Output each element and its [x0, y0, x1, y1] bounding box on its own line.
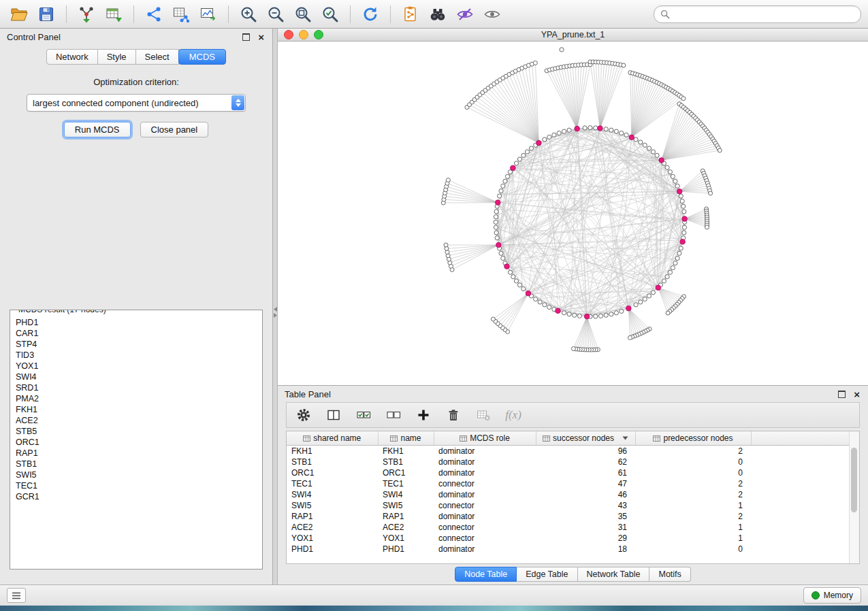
cell-predecessors[interactable]: 1 — [635, 533, 751, 544]
cell-successors[interactable]: 31 — [536, 522, 635, 533]
column-header-successor-nodes[interactable]: successor nodes — [536, 431, 635, 446]
cell-shared-name[interactable]: SWI5 — [287, 500, 378, 511]
cell-name[interactable]: ORC1 — [378, 467, 434, 478]
tab-motifs[interactable]: Motifs — [649, 567, 690, 582]
column-header-mcds-role[interactable]: MCDS role — [434, 431, 536, 446]
window-minimize-icon[interactable] — [299, 30, 308, 39]
destroy-table-button[interactable] — [476, 408, 491, 423]
cell-successors[interactable]: 29 — [536, 533, 635, 544]
cell-successors[interactable]: 61 — [536, 467, 635, 478]
function-builder-button[interactable]: f(x) — [506, 408, 521, 423]
cell-role[interactable]: dominator — [434, 467, 536, 478]
table-scrollbar[interactable] — [849, 431, 859, 563]
table-row[interactable]: ORC1ORC1dominator610 — [287, 467, 850, 478]
mcds-result-item[interactable]: ACE2 — [16, 415, 262, 426]
mcds-result-item[interactable]: YOX1 — [16, 361, 262, 371]
cell-shared-name[interactable]: YOX1 — [287, 533, 378, 544]
cell-role[interactable]: connector — [434, 533, 536, 544]
cell-name[interactable]: PHD1 — [378, 544, 434, 555]
cell-predecessors[interactable]: 1 — [635, 522, 751, 533]
cell-name[interactable]: FKH1 — [378, 446, 434, 457]
mcds-result-item[interactable]: TID3 — [16, 350, 262, 361]
column-header-shared-name[interactable]: shared name — [287, 431, 378, 446]
criterion-dropdown[interactable]: largest connected component (undirected) — [27, 94, 246, 112]
mcds-result-item[interactable]: SWI4 — [16, 371, 262, 382]
mcds-result-list[interactable]: PHD1CAR1STP4TID3YOX1SWI4SRD1PMA2FKH1ACE2… — [16, 317, 262, 502]
cell-name[interactable]: SWI4 — [378, 489, 434, 500]
cell-name[interactable]: STB1 — [378, 457, 434, 467]
tab-node-table[interactable]: Node Table — [455, 567, 517, 582]
table-row[interactable]: ACE2ACE2connector311 — [287, 522, 850, 533]
search-input[interactable] — [674, 9, 854, 20]
mcds-result-item[interactable]: STP4 — [16, 339, 262, 350]
cell-shared-name[interactable]: ORC1 — [287, 467, 378, 478]
mcds-result-item[interactable]: STB1 — [16, 459, 262, 469]
cell-role[interactable]: connector — [434, 478, 536, 489]
clipboard-share-button[interactable] — [398, 3, 423, 25]
close-panel-button[interactable]: Close panel — [140, 122, 209, 137]
cell-successors[interactable]: 47 — [536, 478, 635, 489]
zoom-in-button[interactable] — [236, 3, 261, 25]
column-header-name[interactable]: name — [378, 431, 434, 446]
cell-role[interactable]: dominator — [434, 544, 536, 555]
cell-predecessors[interactable]: 0 — [635, 544, 751, 555]
tab-network[interactable]: Network — [46, 49, 98, 65]
mcds-result-item[interactable]: SWI5 — [16, 469, 262, 480]
table-settings-button[interactable] — [296, 408, 311, 423]
mcds-result-item[interactable]: CAR1 — [16, 328, 262, 339]
mcds-result-item[interactable]: PHD1 — [16, 317, 262, 328]
cell-name[interactable]: TEC1 — [378, 478, 434, 489]
zoom-fit-button[interactable] — [291, 3, 315, 25]
float-panel-icon[interactable] — [242, 33, 250, 41]
run-mcds-button[interactable]: Run MCDS — [64, 122, 131, 137]
table-row[interactable]: STB1STB1dominator620 — [287, 457, 850, 467]
float-table-panel-icon[interactable] — [838, 391, 846, 398]
memory-button[interactable]: Memory — [803, 587, 861, 604]
unselect-all-button[interactable] — [386, 408, 401, 423]
mcds-result-item[interactable]: TEC1 — [16, 480, 262, 491]
cell-shared-name[interactable]: ACE2 — [287, 522, 378, 533]
cell-successors[interactable]: 46 — [536, 489, 635, 500]
cell-role[interactable]: connector — [434, 500, 536, 511]
delete-row-button[interactable] — [446, 408, 461, 423]
cell-successors[interactable]: 35 — [536, 511, 635, 522]
panel-splitter[interactable] — [273, 29, 278, 584]
mcds-result-item[interactable]: PMA2 — [16, 393, 262, 404]
window-close-icon[interactable] — [284, 30, 293, 39]
add-row-button[interactable] — [416, 408, 431, 423]
mcds-result-item[interactable]: RAP1 — [16, 448, 262, 459]
table-row[interactable]: RAP1RAP1dominator352 — [287, 511, 850, 522]
column-header-predecessor-nodes[interactable]: predecessor nodes — [635, 431, 751, 446]
refresh-button[interactable] — [358, 3, 383, 25]
cell-shared-name[interactable]: SWI4 — [287, 489, 378, 500]
cell-shared-name[interactable]: TEC1 — [287, 478, 378, 489]
tab-select[interactable]: Select — [136, 49, 179, 65]
mcds-result-item[interactable]: ORC1 — [16, 437, 262, 448]
export-image-button[interactable] — [196, 3, 221, 25]
zoom-out-button[interactable] — [263, 3, 288, 25]
table-scrollbar-thumb[interactable] — [851, 448, 857, 512]
mcds-result-item[interactable]: STB5 — [16, 426, 262, 437]
cell-name[interactable]: RAP1 — [378, 511, 434, 522]
export-table-button[interactable] — [169, 3, 193, 25]
cell-predecessors[interactable]: 0 — [635, 457, 751, 467]
cell-shared-name[interactable]: FKH1 — [287, 446, 378, 457]
cell-predecessors[interactable]: 0 — [635, 467, 751, 478]
cell-predecessors[interactable]: 2 — [635, 478, 751, 489]
window-zoom-icon[interactable] — [314, 30, 323, 39]
cell-name[interactable]: ACE2 — [378, 522, 434, 533]
mcds-result-item[interactable]: SRD1 — [16, 382, 262, 393]
cell-role[interactable]: dominator — [434, 489, 536, 500]
mcds-result-item[interactable]: GCR1 — [16, 491, 262, 502]
table-row[interactable]: FKH1FKH1dominator962 — [287, 446, 850, 457]
cell-successors[interactable]: 62 — [536, 457, 635, 467]
import-table-button[interactable] — [101, 3, 126, 25]
cell-shared-name[interactable]: PHD1 — [287, 544, 378, 555]
cell-shared-name[interactable]: STB1 — [287, 457, 378, 467]
select-all-button[interactable] — [356, 408, 371, 423]
table-row[interactable]: YOX1YOX1connector291 — [287, 533, 850, 544]
show-columns-button[interactable] — [326, 408, 341, 423]
cell-name[interactable]: SWI5 — [378, 500, 434, 511]
table-row[interactable]: SWI5SWI5connector431 — [287, 500, 850, 511]
hide-details-button[interactable] — [453, 3, 477, 25]
